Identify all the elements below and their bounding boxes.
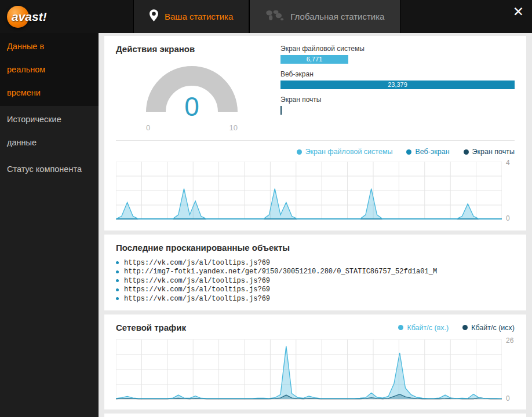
close-icon[interactable]: ✕ [513, 5, 524, 19]
tab-label: Глобальная статистика [290, 12, 384, 21]
scanned-objects-list: https://vk.com/js/al/tooltips.js?69 http… [116, 258, 515, 303]
bullet-icon [116, 261, 119, 264]
network-traffic-legend: Кбайт/с (вх.) Кбайт/с (исх) [398, 324, 515, 332]
sidebar-item-realtime-data[interactable]: Данные в реальном времени [0, 33, 99, 106]
legend-item-mail: Экран почты [464, 148, 515, 156]
legend-label: Кбайт/с (вх.) [407, 324, 449, 332]
bar-group-file-system: Экран файловой системы 6,771 [280, 45, 515, 64]
legend-item-kbps-in: Кбайт/с (вх.) [398, 324, 449, 332]
topbar: avast! Ваша статистика Глобальная статис… [0, 0, 532, 33]
tab-label: Ваша статистика [165, 12, 233, 21]
scanned-item: http://img7-fotki.yandex.net/get/9150/30… [116, 268, 515, 277]
bar-value: 23,379 [388, 81, 407, 88]
scanned-item: https://vk.com/js/al/tooltips.js?69 [116, 286, 515, 295]
screen-actions-card: Действия экранов 0 0 10 Экран файловой [104, 36, 526, 231]
sidebar-item-historical-data[interactable]: Исторические данные [0, 106, 99, 156]
bar-label: Веб-экран [280, 70, 515, 78]
scanned-item: https://vk.com/js/al/tooltips.js?69 [116, 258, 515, 268]
y-axis-max-label: 26 [506, 336, 513, 345]
screen-actions-title: Действия экранов [116, 44, 268, 54]
screen-actions-legend: Экран файловой системы Веб-экран Экран п… [116, 148, 515, 156]
bar-web: 23,379 [280, 81, 515, 89]
bar-file-system: 6,771 [280, 55, 348, 64]
bar-mail [280, 106, 282, 115]
scanned-url: https://vk.com/js/al/tooltips.js?69 [124, 277, 270, 285]
bullet-icon [116, 297, 119, 300]
bar-group-web: Веб-экран 23,379 [280, 70, 515, 89]
globe-icon [265, 9, 284, 24]
screen-actions-chart: 4 0 [116, 162, 515, 220]
scanned-url: https://vk.com/js/al/tooltips.js?69 [124, 286, 270, 294]
legend-label: Экран почты [472, 148, 515, 156]
scanned-item: https://vk.com/js/al/tooltips.js?69 [116, 276, 515, 286]
scanned-url: http://img7-fotki.yandex.net/get/9150/30… [124, 268, 437, 276]
tab-global-statistics[interactable]: Глобальная статистика [249, 0, 400, 33]
gauge-min-label: 0 [146, 123, 150, 132]
network-traffic-card: Сетевой трафик Кбайт/с (вх.) Кбайт/с (ис… [104, 314, 526, 409]
bar-group-mail: Экран почты [280, 96, 515, 115]
next-card-edge [104, 414, 526, 417]
legend-item-web: Веб-экран [406, 148, 449, 156]
location-pin-icon [150, 9, 158, 24]
gauge-max-label: 10 [229, 123, 238, 132]
screen-actions-chart-canvas [116, 162, 502, 220]
scanned-url: https://vk.com/js/al/tooltips.js?69 [124, 259, 270, 267]
screen-counters: Экран файловой системы 6,771 Веб-экран 2… [280, 44, 515, 132]
sidebar: Данные в реальном времени Исторические д… [0, 33, 99, 417]
legend-label: Веб-экран [415, 148, 449, 156]
bar-label: Экран почты [280, 96, 515, 104]
network-traffic-chart: 26 0 [116, 339, 515, 400]
legend-dot-icon [297, 149, 302, 155]
bullet-icon [116, 279, 119, 282]
legend-item-kbps-out: Кбайт/с (исх) [462, 324, 515, 332]
main-content: Действия экранов 0 0 10 Экран файловой [99, 33, 532, 417]
divider [116, 140, 515, 141]
legend-label: Экран файловой системы [305, 148, 393, 156]
avast-logo: avast! [0, 0, 133, 33]
tab-your-statistics[interactable]: Ваша статистика [133, 0, 249, 33]
bullet-icon [116, 270, 119, 273]
legend-item-file-system: Экран файловой системы [297, 148, 393, 156]
bar-label: Экран файловой системы [280, 45, 515, 53]
legend-dot-icon [464, 149, 469, 155]
scanned-url: https://vk.com/js/al/tooltips.js?69 [124, 295, 270, 303]
scanned-objects-title: Последние просканированные объекты [116, 243, 515, 253]
legend-label: Кбайт/с (исх) [471, 324, 515, 332]
scanned-item: https://vk.com/js/al/tooltips.js?69 [116, 294, 515, 303]
y-axis-min-label: 0 [506, 394, 510, 403]
legend-dot-icon [406, 149, 411, 155]
legend-dot-icon [462, 325, 468, 330]
gauge-value: 0 [143, 91, 241, 122]
screen-actions-gauge: 0 [143, 61, 241, 114]
network-traffic-chart-canvas [116, 339, 502, 400]
legend-dot-icon [398, 325, 403, 330]
network-traffic-title: Сетевой трафик [116, 323, 186, 332]
avast-logo-text: avast! [12, 10, 47, 24]
y-axis-max-label: 4 [506, 159, 510, 167]
bullet-icon [116, 288, 119, 291]
scanned-objects-card: Последние просканированные объекты https… [104, 235, 526, 310]
bar-value: 6,771 [307, 56, 323, 63]
y-axis-min-label: 0 [506, 214, 510, 222]
sidebar-item-component-status[interactable]: Статус компонента [0, 156, 99, 182]
